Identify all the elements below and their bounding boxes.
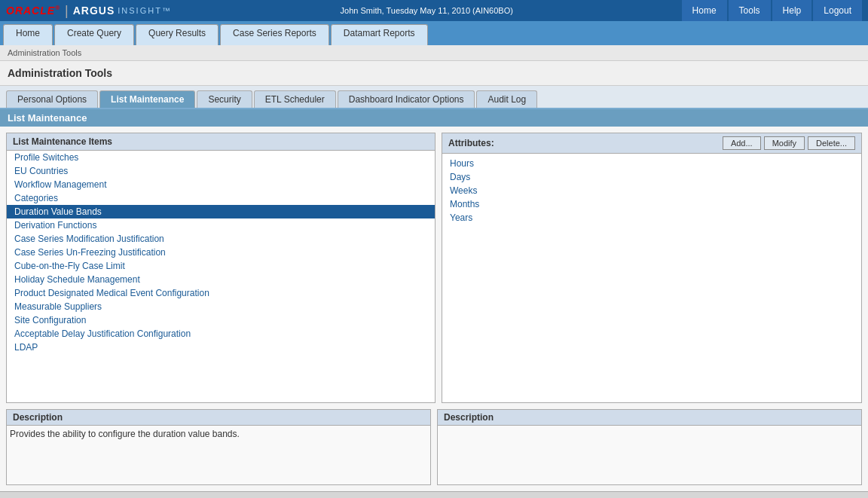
list-item[interactable]: Site Configuration [7, 313, 435, 327]
desc-panel-right: Description [437, 409, 862, 485]
delete-btn[interactable]: Delete... [808, 136, 855, 150]
subtab-security[interactable]: Security [197, 90, 252, 108]
list-maintenance-columns: List Maintenance Items Profile Switches … [6, 133, 862, 403]
list-item[interactable]: Profile Switches [7, 151, 435, 164]
add-btn[interactable]: Add... [723, 136, 761, 150]
attr-item[interactable]: Years [450, 211, 854, 225]
list-item[interactable]: Case Series Modification Justification [7, 232, 435, 246]
list-item[interactable]: Derivation Functions [7, 218, 435, 232]
list-item[interactable]: Cube-on-the-Fly Case Limit [7, 259, 435, 273]
tab-datamart[interactable]: Datamart Reports [331, 24, 428, 45]
attr-item[interactable]: Months [450, 197, 854, 211]
left-panel: List Maintenance Items Profile Switches … [6, 133, 436, 403]
desc-panel-left: Description Provides the ability to conf… [6, 409, 431, 485]
desc-textarea-right[interactable] [437, 425, 862, 485]
oracle-logo: ORACLE® [6, 5, 60, 17]
tab-query-results[interactable]: Query Results [136, 24, 219, 45]
modify-btn[interactable]: Modify [764, 136, 805, 150]
desc-textarea-left[interactable]: Provides the ability to configure the du… [6, 425, 431, 485]
right-list: Hours Days Weeks Months Years [442, 154, 861, 402]
subtab-audit[interactable]: Audit Log [476, 90, 537, 108]
description-row: Description Provides the ability to conf… [6, 409, 862, 485]
top-nav: Home Tools Help Logout [682, 0, 862, 21]
breadcrumb: Administration Tools [0, 45, 868, 61]
list-item[interactable]: Categories [7, 191, 435, 205]
list-item-selected[interactable]: Duration Value Bands [7, 205, 435, 218]
logo-area: ORACLE® | ARGUS INSIGHT™ [6, 3, 172, 19]
tools-btn[interactable]: Tools [729, 0, 771, 21]
logo-separator: | [65, 3, 69, 19]
page-title: Administration Tools [0, 61, 868, 86]
subtab-personal[interactable]: Personal Options [6, 90, 98, 108]
attr-item[interactable]: Weeks [450, 184, 854, 197]
status-bar [0, 491, 868, 498]
list-item[interactable]: Workflow Management [7, 178, 435, 191]
sub-tabs: Personal Options List Maintenance Securi… [0, 86, 868, 109]
attributes-label: Attributes: [448, 138, 494, 148]
logout-btn[interactable]: Logout [813, 0, 862, 21]
list-item[interactable]: Product Designated Medical Event Configu… [7, 286, 435, 300]
desc-label-right: Description [437, 409, 862, 425]
list-item[interactable]: Holiday Schedule Management [7, 273, 435, 286]
content-area: List Maintenance Items Profile Switches … [0, 127, 868, 491]
insight-logo: INSIGHT™ [118, 6, 172, 15]
list-item[interactable]: Acceptable Delay Justification Configura… [7, 327, 435, 341]
argus-logo: ARGUS [73, 5, 115, 17]
right-panel-header: Attributes: Add... Modify Delete... [442, 133, 861, 154]
subtab-list[interactable]: List Maintenance [99, 90, 195, 108]
list-item[interactable]: EU Countries [7, 164, 435, 178]
list-item[interactable]: LDAP [7, 341, 435, 354]
right-panel-buttons: Add... Modify Delete... [723, 136, 855, 150]
right-panel: Attributes: Add... Modify Delete... Hour… [442, 133, 862, 403]
subtab-dashboard[interactable]: Dashboard Indicator Options [338, 90, 475, 108]
tab-create-query[interactable]: Create Query [54, 24, 134, 45]
left-list[interactable]: Profile Switches EU Countries Workflow M… [7, 151, 435, 402]
tab-case-series[interactable]: Case Series Reports [220, 24, 329, 45]
tab-home[interactable]: Home [3, 24, 53, 45]
left-panel-header: List Maintenance Items [7, 133, 435, 151]
section-header: List Maintenance [0, 109, 868, 127]
attr-item[interactable]: Hours [450, 157, 854, 170]
help-btn[interactable]: Help [772, 0, 812, 21]
subtab-etl[interactable]: ETL Scheduler [254, 90, 336, 108]
desc-label-left: Description [6, 409, 431, 425]
main-nav: Home Create Query Query Results Case Ser… [0, 21, 868, 45]
list-item[interactable]: Case Series Un-Freezing Justification [7, 246, 435, 259]
home-btn[interactable]: Home [682, 0, 727, 21]
top-bar: ORACLE® | ARGUS INSIGHT™ John Smith, Tue… [0, 0, 868, 21]
list-item[interactable]: Measurable Suppliers [7, 300, 435, 313]
user-info: John Smith, Tuesday May 11, 2010 (AIN60B… [172, 6, 682, 15]
attr-item[interactable]: Days [450, 170, 854, 184]
